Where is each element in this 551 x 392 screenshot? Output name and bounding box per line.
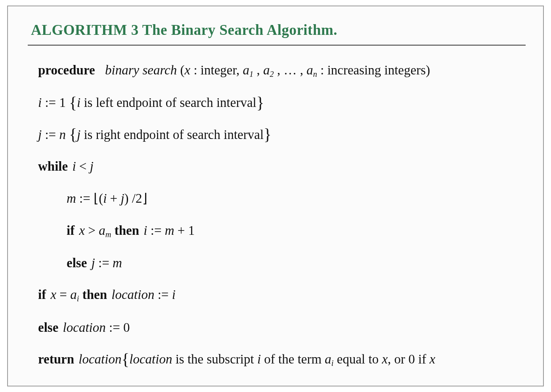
assign: := — [42, 127, 59, 142]
op-less-than: < — [76, 159, 90, 173]
pseudocode-line: else location := 0 — [38, 319, 526, 337]
div-two: /2 — [129, 191, 142, 206]
var-a: a — [325, 352, 331, 366]
var-j: j — [77, 127, 80, 142]
assign: := — [95, 256, 113, 270]
pseudocode-line: return location{location is the subscrip… — [38, 350, 526, 369]
var-i: i — [172, 287, 176, 302]
var-x: x — [184, 63, 190, 77]
comment-text: is right endpoint of search interval — [80, 127, 264, 142]
algorithm-title: ALGORITHM 3 The Binary Search Algorithm. — [31, 21, 526, 38]
var-i: i — [69, 159, 76, 173]
subscript: m — [105, 230, 111, 238]
floor-left-icon: ⌊ — [94, 191, 99, 206]
op-greater-than: > — [85, 223, 99, 238]
assign: := — [147, 223, 165, 238]
plus-one: + 1 — [174, 223, 195, 238]
assign: := 0 — [106, 320, 130, 335]
var-j: j — [90, 159, 94, 173]
var-i: i — [257, 352, 261, 366]
brace-right-icon: } — [264, 125, 272, 143]
keyword-if: if — [38, 287, 46, 302]
paren-close: ) — [124, 191, 129, 206]
var-a: a — [263, 63, 270, 77]
var-x: x — [50, 287, 56, 302]
var-a: a — [99, 223, 105, 238]
pseudocode-line: m := ⌊(i + j) /2⌋ — [38, 190, 526, 207]
var-i: i — [38, 95, 42, 110]
brace-right-icon: } — [256, 93, 264, 112]
keyword-then: then — [115, 223, 139, 238]
var-location: location — [129, 352, 172, 366]
sig-open: ( — [180, 63, 184, 77]
brace-left-icon: { — [69, 125, 77, 143]
keyword-procedure: procedure — [38, 63, 95, 77]
algorithm-body: procedure binary search (x : integer, a1… — [28, 61, 526, 369]
var-n: n — [59, 127, 66, 142]
sig-text: : integer, — [190, 63, 243, 77]
pseudocode-line: procedure binary search (x : integer, a1… — [38, 61, 526, 80]
subscript: n — [313, 70, 317, 78]
var-location: location — [78, 352, 121, 366]
comment-text: equal to — [334, 352, 382, 366]
floor-right-icon: ⌋ — [142, 191, 147, 206]
var-x: x — [79, 223, 85, 238]
comment-text: is left endpoint of search interval — [80, 95, 256, 110]
var-location: location — [111, 287, 154, 302]
space — [66, 127, 69, 142]
var-x: x — [430, 352, 436, 366]
pseudocode-line: if x = ai then location := i — [38, 286, 526, 304]
title-rule — [28, 45, 526, 46]
title-name: The Binary Search Algorithm. — [142, 22, 337, 38]
keyword-return: return — [38, 352, 74, 366]
keyword-if: if — [67, 223, 75, 238]
assign: := — [154, 287, 172, 302]
subscript: 2 — [270, 70, 274, 78]
assign: := — [76, 191, 94, 206]
comma: , — [253, 63, 263, 77]
var-m: m — [67, 191, 76, 206]
var-m: m — [113, 256, 122, 270]
keyword-else: else — [38, 320, 58, 335]
procedure-name: binary search — [105, 63, 177, 77]
pseudocode-line: j := n {j is right endpoint of search in… — [38, 126, 526, 144]
pseudocode-line: i := 1 {i is left endpoint of search int… — [38, 94, 526, 112]
title-prefix: ALGORITHM 3 — [31, 22, 139, 38]
comment-text: is the subscript — [172, 352, 257, 366]
keyword-else: else — [67, 256, 87, 270]
comment-text: of the term — [261, 352, 325, 366]
sig-text: : increasing integers) — [317, 63, 430, 77]
page: ALGORITHM 3 The Binary Search Algorithm.… — [0, 0, 551, 392]
brace-left-icon: { — [121, 350, 129, 368]
algorithm-box: ALGORITHM 3 The Binary Search Algorithm.… — [7, 6, 544, 386]
keyword-then: then — [82, 287, 107, 302]
paren-open: ( — [99, 191, 103, 206]
var-a: a — [70, 287, 77, 302]
var-location: location — [63, 320, 106, 335]
pseudocode-line: if x > am then i := m + 1 — [38, 222, 526, 240]
subscript: 1 — [249, 70, 253, 78]
var-a: a — [306, 63, 313, 77]
comment-text: , or 0 if — [388, 352, 429, 366]
var-i: i — [103, 191, 107, 206]
brace-left-icon: { — [69, 93, 77, 112]
comma: , … , — [274, 63, 307, 77]
var-j: j — [92, 256, 95, 270]
var-x: x — [382, 352, 388, 366]
var-i: i — [77, 95, 80, 110]
assign: := 1 — [42, 95, 69, 110]
var-m: m — [165, 223, 174, 238]
var-a: a — [243, 63, 250, 77]
pseudocode-line: while i < j — [38, 158, 526, 175]
op-plus: + — [107, 191, 121, 206]
keyword-while: while — [38, 159, 68, 173]
var-j: j — [121, 191, 124, 206]
pseudocode-line: else j := m — [38, 254, 526, 272]
op-equals: = — [56, 287, 70, 302]
var-j: j — [38, 127, 42, 142]
